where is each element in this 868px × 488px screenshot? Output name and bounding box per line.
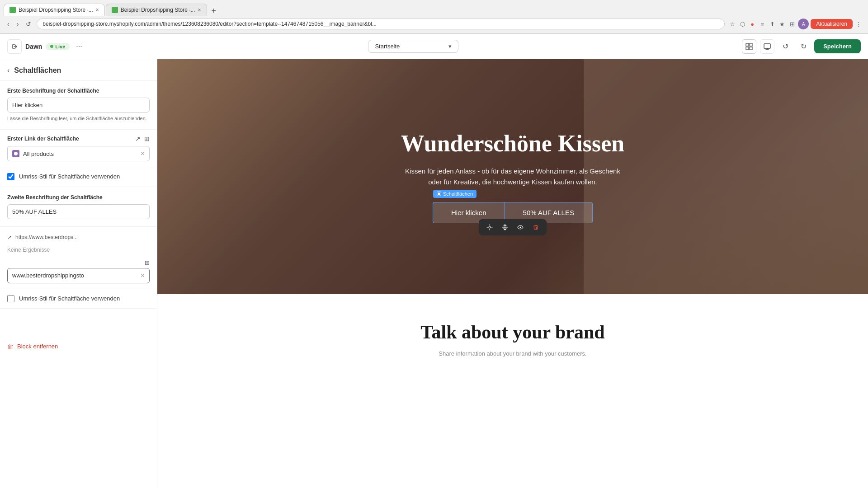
- eye-icon: [517, 224, 524, 230]
- settings-icon: [486, 224, 493, 230]
- second-outline-label: Umriss-Stil für Schaltfläche verwenden: [19, 295, 120, 303]
- second-label-heading: Zweite Beschriftung der Schaltfläche: [7, 194, 150, 201]
- bookmark-icon[interactable]: ☆: [728, 20, 736, 28]
- database-icon[interactable]: ⊞: [144, 135, 150, 142]
- url-input-container[interactable]: ×: [7, 268, 150, 283]
- share-icon[interactable]: ⬆: [768, 20, 776, 28]
- back-nav-button[interactable]: ‹: [5, 19, 11, 28]
- live-badge: Live: [46, 43, 70, 50]
- clear-url-button[interactable]: ×: [141, 272, 145, 280]
- block-remove-button[interactable]: 🗑 Block entfernen: [0, 336, 157, 357]
- hero-section: Wunderschöne Kissen Kissen für jeden Anl…: [157, 59, 868, 294]
- browser-tab-2[interactable]: Beispiel Dropshipping Store ·... ×: [106, 4, 207, 16]
- browser-chrome: Beispiel Dropshipping Store ·... × Beisp…: [0, 0, 868, 34]
- chevron-down-icon: ▾: [448, 43, 452, 50]
- live-dot: [50, 45, 53, 48]
- desktop-view-button[interactable]: [760, 39, 774, 54]
- hero-title: Wunderschöne Kissen: [401, 130, 625, 157]
- star-icon[interactable]: ★: [778, 20, 786, 28]
- reload-nav-button[interactable]: ↺: [24, 19, 33, 28]
- float-move-button[interactable]: [499, 222, 511, 233]
- page-select-dropdown[interactable]: Startseite ▾: [368, 40, 458, 53]
- page-select-text: Startseite: [375, 43, 445, 50]
- left-panel: ‹ Schaltflächen Erste Beschriftung der S…: [0, 59, 157, 488]
- first-outline-label: Umriss-Stil für Schaltfläche verwenden: [19, 173, 120, 181]
- top-toolbar: Dawn Live ··· Startseite ▾: [0, 34, 868, 59]
- float-delete-button[interactable]: [529, 222, 542, 233]
- url-display-text: https://www.besterdrops...: [15, 234, 78, 240]
- tab-favicon-2: [112, 7, 118, 13]
- toolbar-left: Dawn Live ···: [7, 39, 85, 54]
- first-label-section: Erste Beschriftung der Schaltfläche Lass…: [0, 80, 157, 130]
- panel-title: Schaltflächen: [14, 66, 61, 75]
- profile-avatar[interactable]: A: [798, 19, 809, 29]
- svg-rect-2: [746, 47, 749, 50]
- live-label: Live: [55, 44, 65, 49]
- panel-back-button[interactable]: ‹: [7, 66, 9, 75]
- second-label-input[interactable]: [7, 204, 150, 219]
- tab-label-1: Beispiel Dropshipping Store ·...: [19, 7, 93, 13]
- block-remove-label: Block entfernen: [17, 343, 58, 350]
- first-link-section: Erster Link der Schaltfläche ↗ ⊞ All pro…: [0, 130, 157, 167]
- tab-close-2[interactable]: ×: [198, 7, 201, 13]
- tab-close-1[interactable]: ×: [96, 7, 99, 13]
- tab-bar: Beispiel Dropshipping Store ·... × Beisp…: [0, 0, 868, 16]
- toolbar-center: Startseite ▾: [90, 40, 736, 53]
- url-input-field[interactable]: [12, 272, 137, 279]
- menu-icon[interactable]: ≡: [758, 20, 766, 28]
- all-products-input[interactable]: All products ×: [7, 146, 150, 161]
- grid-icon[interactable]: ⊞: [788, 20, 796, 28]
- first-label-input[interactable]: [7, 98, 150, 113]
- exit-editor-button[interactable]: [7, 39, 22, 54]
- first-outline-checkbox[interactable]: [7, 173, 14, 180]
- second-label-section: Zweite Beschriftung der Schaltfläche: [0, 187, 157, 227]
- brand-subtitle-text: Share information about your brand with …: [175, 350, 850, 357]
- hero-subtitle: Kissen für jeden Anlass - ob für das eig…: [400, 166, 626, 188]
- select-icon: [745, 43, 753, 50]
- address-input[interactable]: [37, 19, 725, 29]
- float-settings-button[interactable]: [483, 222, 496, 233]
- no-results-text: Keine Ergebnisse: [7, 244, 150, 256]
- redo-button[interactable]: ↻: [796, 39, 811, 54]
- browser-tab-1[interactable]: Beispiel Dropshipping Store ·... ×: [4, 4, 105, 16]
- first-outline-checkbox-row: Umriss-Stil für Schaltfläche verwenden: [0, 167, 157, 187]
- desktop-icon: [764, 43, 771, 50]
- external-url-icon: ↗: [7, 234, 12, 240]
- badge-icon: [437, 192, 441, 196]
- float-visibility-button[interactable]: [514, 222, 527, 233]
- opera-icon[interactable]: ●: [748, 20, 756, 28]
- svg-rect-3: [750, 47, 752, 50]
- first-link-label: Erster Link der Schaltfläche: [7, 136, 79, 142]
- aktualisieren-button[interactable]: Aktualisieren: [811, 19, 853, 29]
- brand-section: Talk about your brand Share information …: [157, 294, 868, 384]
- select-tool-button[interactable]: [742, 39, 756, 54]
- hero-content: Wunderschöne Kissen Kissen für jeden Anl…: [157, 59, 868, 294]
- panel-header: ‹ Schaltflächen: [0, 59, 157, 80]
- tab-label-2: Beispiel Dropshipping Store ·...: [121, 7, 195, 13]
- second-outline-checkbox[interactable]: [7, 295, 14, 302]
- clear-first-link-button[interactable]: ×: [141, 150, 145, 158]
- svg-rect-0: [746, 43, 749, 46]
- brand-title: Talk about your brand: [175, 321, 850, 343]
- badge-label: Schaltflächen: [443, 191, 473, 197]
- first-label-hint: Lasse die Beschriftung leer, um die Scha…: [7, 115, 150, 122]
- more-options-icon[interactable]: ⋮: [854, 20, 863, 28]
- extensions-icon[interactable]: ⬡: [738, 20, 746, 28]
- first-link-header: Erster Link der Schaltfläche ↗ ⊞: [7, 135, 150, 142]
- preview-frame: Wunderschöne Kissen Kissen für jeden Anl…: [157, 59, 868, 488]
- trash-icon: 🗑: [7, 343, 14, 350]
- tag-icon: [12, 150, 19, 157]
- address-bar: ‹ › ↺ ☆ ⬡ ● ≡ ⬆ ★ ⊞ A Aktualisieren ⋮: [0, 16, 868, 32]
- svg-rect-1: [750, 43, 752, 46]
- database-icon-2[interactable]: ⊞: [145, 259, 150, 266]
- save-button[interactable]: Speichern: [814, 39, 861, 53]
- app-shell: Dawn Live ··· Startseite ▾: [0, 34, 868, 488]
- forward-nav-button[interactable]: ›: [15, 19, 21, 28]
- more-options-button[interactable]: ···: [73, 41, 85, 52]
- schaltflachen-badge: Schaltflächen: [433, 190, 476, 198]
- external-link-icon[interactable]: ↗: [135, 135, 141, 142]
- toolbar-right: ↺ ↻ Speichern: [742, 39, 861, 54]
- new-tab-button[interactable]: +: [208, 6, 220, 16]
- undo-button[interactable]: ↺: [778, 39, 793, 54]
- second-outline-checkbox-row: Umriss-Stil für Schaltfläche verwenden: [0, 289, 157, 309]
